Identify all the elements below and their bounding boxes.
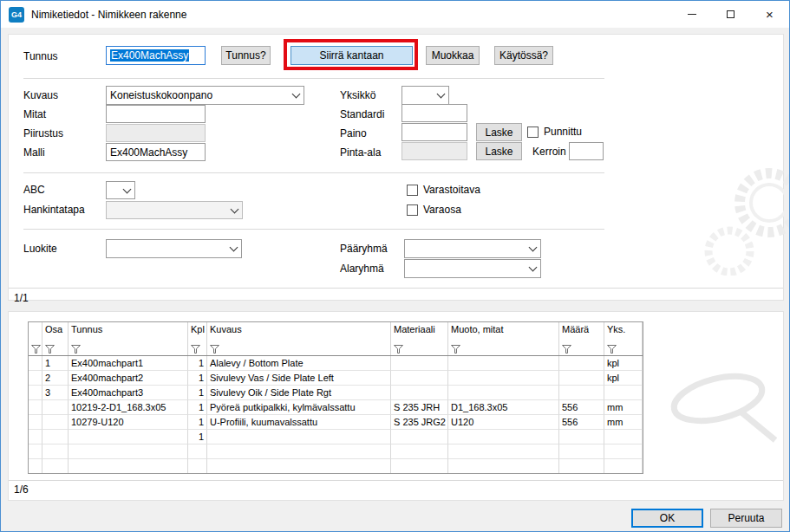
standardi-input[interactable] xyxy=(402,104,467,122)
close-button[interactable]: × xyxy=(750,1,789,28)
app-icon-text: G4 xyxy=(11,10,22,19)
filter-icon[interactable] xyxy=(607,345,617,354)
kerroin-input[interactable] xyxy=(569,142,604,160)
mitat-input[interactable] xyxy=(106,105,206,123)
hankintatapa-combobox[interactable] xyxy=(106,201,243,219)
hankintatapa-label: Hankintatapa xyxy=(23,204,85,216)
paaryhma-combobox[interactable] xyxy=(404,239,541,258)
close-icon: × xyxy=(766,7,774,22)
filter-icon[interactable] xyxy=(31,345,41,354)
ok-button[interactable]: OK xyxy=(631,509,703,528)
table-row[interactable] xyxy=(29,444,643,459)
filter-icon[interactable] xyxy=(71,345,81,354)
varaosa-checkbox[interactable]: Varaosa xyxy=(407,204,461,216)
abc-combobox[interactable] xyxy=(106,181,135,199)
minimize-icon xyxy=(688,14,696,15)
table-row[interactable]: 2Ex400machpart21Sivulevy Vas / Side Plat… xyxy=(29,371,643,386)
varastoitava-checkbox[interactable]: Varastoitava xyxy=(407,184,480,196)
table-cell xyxy=(391,371,448,386)
column-header-kpl[interactable]: Kpl xyxy=(188,322,207,355)
table-cell xyxy=(188,444,207,459)
table-cell xyxy=(604,459,643,474)
filter-icon[interactable] xyxy=(562,345,571,354)
paino-input[interactable] xyxy=(402,123,467,141)
row-selector-cell[interactable] xyxy=(29,400,42,415)
row-selector-cell[interactable] xyxy=(29,386,42,400)
punnittu-checkbox[interactable]: Punnittu xyxy=(527,126,582,138)
row-selector-cell[interactable] xyxy=(29,444,42,459)
table-cell: S 235 JRG2 xyxy=(391,415,448,430)
table-cell: 1 xyxy=(188,371,207,386)
luokite-label: Luokite xyxy=(23,243,57,255)
table-cell xyxy=(448,386,559,400)
table-cell: 3 xyxy=(42,386,69,400)
table-cell: 1 xyxy=(188,415,207,430)
table-row[interactable]: 10279-U1201U-Profiili, kuumavalssattuS 2… xyxy=(29,415,643,430)
checkbox-box xyxy=(407,185,418,196)
cancel-button[interactable]: Peruuta xyxy=(710,509,782,528)
chevron-down-icon xyxy=(434,87,448,104)
form-page-indicator: 1/1 xyxy=(14,292,29,304)
filter-icon[interactable] xyxy=(210,345,219,354)
column-header-kuvaus[interactable]: Kuvaus xyxy=(207,322,391,355)
parts-table-header: Osa Tunnus Kpl Kuvaus Materiaali xyxy=(29,322,643,356)
table-cell: Alalevy / Bottom Plate xyxy=(207,356,391,371)
chevron-down-icon xyxy=(227,202,242,218)
luokite-combobox[interactable] xyxy=(106,239,242,258)
column-header-tunnus[interactable]: Tunnus xyxy=(69,322,188,355)
table-cell: kpl xyxy=(604,356,643,371)
kaytossa-button[interactable]: Käytössä? xyxy=(494,46,553,65)
table-cell xyxy=(448,356,559,371)
filter-icon[interactable] xyxy=(45,345,55,354)
column-header-osa[interactable]: Osa xyxy=(42,322,69,355)
table-row[interactable]: 1 xyxy=(29,430,643,444)
table-cell xyxy=(69,444,188,459)
row-selector-cell[interactable] xyxy=(29,430,42,444)
filter-icon[interactable] xyxy=(451,345,460,354)
column-header-materiaali[interactable]: Materiaali xyxy=(391,322,448,355)
paino-label: Paino xyxy=(340,127,367,139)
table-row[interactable]: 1Ex400machpart11Alalevy / Bottom Platekp… xyxy=(29,356,643,371)
column-header-muoto-mitat[interactable]: Muoto, mitat xyxy=(448,322,559,355)
yksikko-combobox[interactable] xyxy=(402,86,449,105)
table-cell: 1 xyxy=(188,386,207,400)
table-cell: U-Profiili, kuumavalssattu xyxy=(207,415,391,430)
table-row[interactable]: 3Ex400machpart31Sivulevy Oik / Side Plat… xyxy=(29,386,643,400)
maximize-button[interactable] xyxy=(711,1,750,28)
minimize-button[interactable] xyxy=(672,1,711,28)
laske-pinta-ala-button[interactable]: Laske xyxy=(476,142,522,160)
malli-input[interactable]: Ex400MachAssy xyxy=(106,143,206,161)
column-header-yks[interactable]: Yks. xyxy=(604,322,643,355)
table-row[interactable]: 10219-2-D1_168.3x051Pyöreä putkipalkki, … xyxy=(29,400,643,415)
piirustus-input xyxy=(106,124,206,142)
tunnus-input[interactable]: Ex400MachAssy xyxy=(106,46,206,65)
filter-icon[interactable] xyxy=(191,345,200,354)
alaryhma-combobox[interactable] xyxy=(404,259,541,278)
table-cell xyxy=(42,459,69,474)
table-cell: 556 xyxy=(559,400,604,415)
muokkaa-button[interactable]: Muokkaa xyxy=(426,46,480,65)
parts-table-body: 1Ex400machpart11Alalevy / Bottom Platekp… xyxy=(29,356,643,474)
row-selector-cell[interactable] xyxy=(29,356,42,371)
yksikko-value xyxy=(402,87,434,104)
table-cell xyxy=(207,459,391,474)
tunnus-query-button[interactable]: Tunnus? xyxy=(221,46,271,65)
annotation-highlight-box xyxy=(284,39,418,70)
filter-icon[interactable] xyxy=(394,345,403,354)
row-selector-cell[interactable] xyxy=(29,371,42,386)
table-cell xyxy=(42,444,69,459)
column-header-label: Muoto, mitat xyxy=(451,324,504,334)
table-cell: 556 xyxy=(559,415,604,430)
column-header-maara[interactable]: Määrä xyxy=(559,322,604,355)
varaosa-label: Varaosa xyxy=(423,204,461,216)
table-cell: 2 xyxy=(42,371,69,386)
row-selector-cell[interactable] xyxy=(29,415,42,430)
separator xyxy=(23,172,604,173)
table-cell xyxy=(391,356,448,371)
kuvaus-label: Kuvaus xyxy=(23,89,58,101)
table-row[interactable] xyxy=(29,459,643,474)
kuvaus-combobox[interactable]: Koneistuskokoonpano xyxy=(106,86,304,105)
laske-paino-button[interactable]: Laske xyxy=(476,123,522,141)
table-cell: D1_168.3x05 xyxy=(448,400,559,415)
row-selector-cell[interactable] xyxy=(29,459,42,474)
